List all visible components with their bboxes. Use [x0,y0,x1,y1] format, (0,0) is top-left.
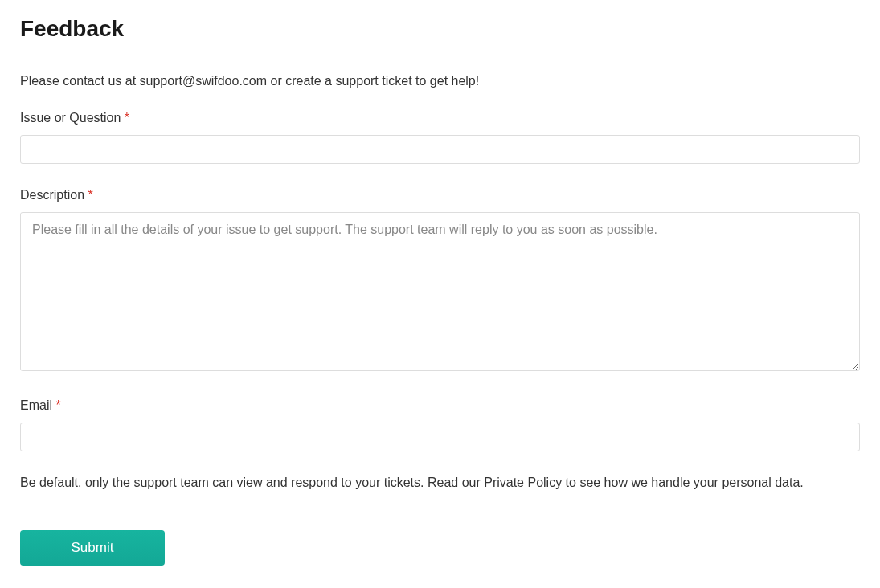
email-label: Email * [20,398,860,413]
email-field-group: Email * [20,398,860,451]
policy-text: Be default, only the support team can vi… [20,476,860,490]
email-input[interactable] [20,423,860,451]
required-asterisk: * [55,398,60,412]
required-asterisk: * [88,188,92,202]
issue-label: Issue or Question * [20,111,860,125]
issue-field-group: Issue or Question * [20,111,860,164]
description-textarea[interactable] [20,212,860,371]
description-field-group: Description * [20,188,860,374]
description-label: Description * [20,188,860,202]
required-asterisk: * [125,111,129,125]
description-label-text: Description [20,188,88,202]
submit-button[interactable]: Submit [20,530,165,566]
email-label-text: Email [20,398,55,412]
issue-input[interactable] [20,135,860,164]
page-title: Feedback [20,16,860,42]
issue-label-text: Issue or Question [20,111,125,125]
intro-text: Please contact us at support@swifdoo.com… [20,74,860,88]
